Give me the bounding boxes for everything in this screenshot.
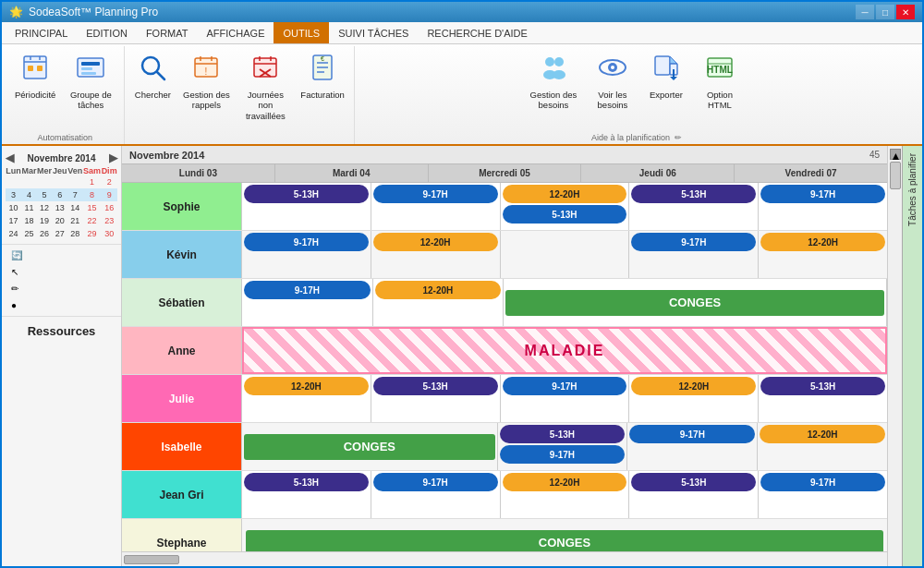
menu-format[interactable]: FORMAT [137, 22, 198, 43]
cal-day[interactable]: 11 [21, 201, 37, 214]
shift-block[interactable]: 5-13H [760, 377, 885, 395]
cal-day[interactable]: 29 [83, 227, 102, 240]
ribbon-btn-option-html[interactable]: HTML Option HTML [692, 50, 748, 114]
ribbon-btn-groupe-taches[interactable]: Groupe de tâches [63, 50, 118, 114]
ribbon-btn-periodicite[interactable]: Périodicité [11, 50, 59, 103]
shift-block[interactable]: 12-20H [760, 233, 885, 251]
vertical-scrollbar[interactable]: ▲ [887, 146, 902, 566]
ribbon-btn-exporter[interactable]: Exporter [644, 50, 688, 103]
scroll-thumb[interactable] [890, 162, 901, 189]
ribbon-btn-gestion-besoins[interactable]: Gestion des besoins [526, 50, 581, 114]
horizontal-scroll-thumb[interactable] [124, 555, 179, 564]
menu-suivi-taches[interactable]: SUIVI TÂCHES [329, 22, 418, 43]
shift-block[interactable]: 12-20H [503, 473, 627, 491]
menu-affichage[interactable]: AFFICHAGE [198, 22, 274, 43]
table-row: Sophie 5-13H 9-17H 12-20H 5-13H 5-13H [122, 183, 887, 231]
cal-day[interactable]: 23 [101, 214, 117, 227]
shift-block[interactable]: 5-13H [631, 185, 756, 203]
shift-block[interactable]: 9-17H [760, 473, 885, 491]
tasks-side-panel[interactable]: Tâches à planifier [902, 146, 922, 566]
cal-day[interactable]: 6 [52, 188, 67, 201]
shift-block[interactable]: 12-20H [244, 377, 369, 395]
cal-day[interactable]: 27 [52, 227, 67, 240]
shift-block[interactable]: 12-20H [760, 425, 885, 443]
cal-day[interactable]: 10 [6, 201, 21, 214]
mini-cal-prev[interactable]: ◀ [6, 151, 14, 164]
shift-block[interactable]: 9-17H [244, 233, 369, 251]
shift-block[interactable]: 5-13H [244, 473, 369, 491]
shift-block[interactable]: 12-20H [631, 377, 756, 395]
menu-edition[interactable]: EDITION [77, 22, 137, 43]
cal-day[interactable]: 18 [21, 214, 37, 227]
shift-block[interactable]: 9-17H [760, 185, 885, 203]
cal-day[interactable]: 7 [67, 188, 83, 201]
minimize-button[interactable]: ─ [856, 5, 874, 19]
tool-refresh[interactable]: 🔄 [7, 248, 116, 262]
shift-block[interactable]: 9-17H [631, 233, 756, 251]
cal-day[interactable]: 1 [83, 175, 102, 188]
cal-day[interactable]: 8 [83, 188, 102, 201]
cal-day[interactable]: 3 [6, 188, 21, 201]
cal-day[interactable]: 28 [67, 227, 83, 240]
mini-cal-next[interactable]: ▶ [109, 151, 117, 164]
shift-block[interactable]: 5-13H [373, 377, 498, 395]
menu-principal[interactable]: PRINCIPAL [6, 22, 77, 43]
shift-block[interactable]: 5-13H [503, 205, 627, 224]
shift-block[interactable]: 9-17H [244, 281, 371, 299]
shift-block[interactable]: 5-13H [500, 425, 626, 443]
ribbon-btn-facturation[interactable]: € Facturation [297, 50, 348, 103]
maximize-button[interactable]: □ [876, 5, 894, 19]
cal-day[interactable]: 13 [52, 201, 67, 214]
conges-block[interactable]: CONGES [505, 290, 884, 316]
shift-block[interactable]: 9-17H [373, 185, 498, 203]
cal-day[interactable]: 4 [21, 188, 37, 201]
svg-rect-2 [28, 66, 33, 71]
ribbon-btn-voir-besoins[interactable]: Voir les besoins [585, 50, 640, 114]
cal-day[interactable]: 19 [37, 214, 53, 227]
cal-day[interactable] [52, 175, 67, 188]
cal-day[interactable]: 15 [83, 201, 102, 214]
tool-pencil[interactable]: ✏ [7, 282, 116, 296]
cal-day[interactable] [6, 175, 21, 188]
cal-day[interactable]: 16 [101, 201, 117, 214]
cal-day[interactable]: 24 [6, 227, 21, 240]
tool-cursor[interactable]: ↖ [7, 265, 116, 279]
ribbon-btn-chercher[interactable]: Chercher [130, 50, 175, 103]
cal-day[interactable]: 25 [21, 227, 37, 240]
conges-block[interactable]: CONGES [246, 530, 883, 552]
cal-day[interactable]: 5 [37, 188, 53, 201]
cal-day[interactable]: 30 [101, 227, 117, 240]
cal-day[interactable]: 20 [52, 214, 67, 227]
cal-day[interactable] [37, 175, 53, 188]
shift-block[interactable]: 5-13H [244, 185, 369, 203]
bottom-scrollbar[interactable] [122, 551, 887, 566]
shift-block[interactable]: 5-13H [631, 473, 756, 491]
shift-block[interactable]: 9-17H [503, 377, 627, 395]
svg-point-31 [553, 70, 565, 79]
shift-block[interactable]: 12-20H [375, 281, 502, 299]
cal-day[interactable]: 22 [83, 214, 102, 227]
cal-day[interactable] [21, 175, 37, 188]
cal-day[interactable]: 2 [101, 175, 117, 188]
cal-day[interactable]: 17 [6, 214, 21, 227]
cal-day[interactable]: 12 [37, 201, 53, 214]
tool-dot[interactable]: ● [7, 298, 116, 312]
shift-block[interactable]: 12-20H [373, 233, 498, 251]
conges-block[interactable]: CONGES [244, 434, 495, 460]
shift-block[interactable]: 12-20H [503, 185, 627, 203]
shift-block[interactable]: 9-17H [629, 425, 755, 443]
cal-day[interactable] [67, 175, 83, 188]
close-button[interactable]: ✕ [896, 5, 915, 19]
cal-day[interactable]: 21 [67, 214, 83, 227]
ribbon-btn-rappels[interactable]: ! Gestion des rappels [178, 50, 234, 114]
maladie-block: MALADIE [248, 343, 881, 359]
scroll-up-btn[interactable]: ▲ [890, 149, 901, 160]
cal-day[interactable]: 14 [67, 201, 83, 214]
menu-outils[interactable]: OUTILS [274, 22, 329, 43]
shift-block[interactable]: 9-17H [500, 445, 626, 464]
shift-block[interactable]: 9-17H [373, 473, 498, 491]
cal-day[interactable]: 26 [37, 227, 53, 240]
cal-day[interactable]: 9 [101, 188, 117, 201]
menu-recherche-aide[interactable]: RECHERCHE D'AIDE [418, 22, 536, 43]
ribbon-btn-journees[interactable]: Journées non travaillées [237, 50, 293, 124]
